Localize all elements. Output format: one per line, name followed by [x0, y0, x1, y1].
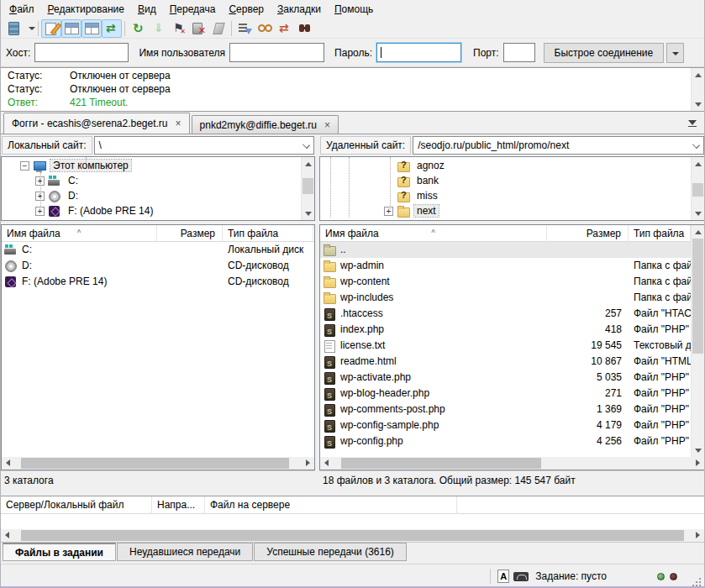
scroll-up-icon[interactable]: [692, 68, 704, 81]
port-input[interactable]: [503, 43, 535, 62]
file-row-wp-blog-header-php[interactable]: wp-blog-header.php271Файл "PHP": [320, 386, 691, 402]
remote-list-hscroll-track[interactable]: [334, 457, 691, 470]
username-input[interactable]: [229, 43, 324, 62]
process-queue-button[interactable]: [148, 19, 168, 38]
tree-item-next[interactable]: +next: [320, 203, 691, 218]
scroll-up-icon[interactable]: [692, 157, 704, 171]
queue-column-header-0[interactable]: Сервер/Локальный файл: [1, 496, 152, 514]
local-list-hscroll-track[interactable]: [15, 457, 301, 470]
column-header-type[interactable]: Тип файла: [223, 225, 313, 242]
toggle-remote-tree-button[interactable]: [82, 19, 102, 38]
tree-item-d-[interactable]: +D:: [2, 188, 301, 203]
file-row-f-adobe-pre-14-[interactable]: F: (Adobe PRE 14)CD-дисковод: [2, 274, 314, 290]
disconnect-button[interactable]: [188, 19, 208, 38]
tree-expander-icon[interactable]: +: [384, 207, 393, 216]
scroll-left-icon[interactable]: [320, 457, 334, 470]
file-row-readme-html[interactable]: readme.html10 867Файл "HTML": [320, 354, 691, 370]
scroll-left-icon[interactable]: [1, 529, 14, 542]
scroll-left-icon[interactable]: [2, 457, 15, 470]
queue-column-header-1[interactable]: Напра...: [152, 496, 205, 514]
menu-item-3[interactable]: Передача: [163, 0, 223, 18]
quickconnect-button[interactable]: Быстрое соединение: [544, 43, 665, 63]
file-row-wp-includes[interactable]: wp-includesПапка с файлами: [320, 290, 691, 306]
hscroll-thumb[interactable]: [341, 458, 541, 469]
site-manager-dropdown-button[interactable]: [24, 19, 35, 38]
scroll-up-icon[interactable]: [692, 225, 704, 239]
hscroll-thumb[interactable]: [21, 458, 290, 469]
file-row-wp-admin[interactable]: wp-adminПапка с файлами: [320, 258, 691, 274]
refresh-button[interactable]: [128, 19, 148, 38]
tree-item-bank[interactable]: bank: [320, 173, 691, 188]
file-row-wp-comments-post-php[interactable]: wp-comments-post.php1 369Файл "PHP": [320, 402, 691, 417]
tree-item-c-[interactable]: +C:: [2, 173, 301, 188]
toggle-transfer-queue-button[interactable]: [102, 19, 122, 38]
queue-tab-0[interactable]: Файлы в задании: [3, 543, 116, 561]
vscroll-thumb[interactable]: [692, 239, 703, 354]
vscroll-thumb[interactable]: [692, 183, 703, 197]
tab-list-dropdown-icon[interactable]: [687, 118, 699, 129]
local-tree-vscroll-track[interactable]: [302, 171, 314, 207]
file-row-wp-content[interactable]: wp-contentПапка с файлами: [320, 274, 691, 290]
scroll-down-icon[interactable]: [302, 207, 314, 220]
column-header-size[interactable]: Размер: [157, 225, 223, 242]
toggle-local-tree-button[interactable]: [61, 19, 82, 38]
file-row-wp-config-php[interactable]: wp-config.php4 256Файл "PHP": [320, 433, 691, 449]
file-row-license-txt[interactable]: license.txt19 545Текстовый документ: [320, 338, 691, 354]
file-row--[interactable]: ..: [320, 242, 691, 258]
column-header-name[interactable]: Имя файла∧: [2, 225, 157, 242]
queue-body[interactable]: [1, 514, 704, 529]
server-tab-0[interactable]: Фогги - ecashis@serena2.beget.ru×: [3, 113, 190, 134]
file-row-wp-config-sample-php[interactable]: wp-config-sample.php4 179Файл "PHP": [320, 417, 691, 433]
remote-list-vscroll-track[interactable]: [692, 239, 704, 444]
site-manager-button[interactable]: [3, 19, 24, 38]
tree-item-agnoz[interactable]: agnoz: [320, 158, 691, 173]
close-tab-icon[interactable]: ×: [176, 118, 182, 129]
quickconnect-dropdown-button[interactable]: [666, 43, 684, 63]
scroll-down-icon[interactable]: [692, 444, 704, 457]
queue-tab-1[interactable]: Неудавшиеся передачи: [117, 543, 253, 561]
scroll-down-icon[interactable]: [692, 207, 704, 220]
find-files-button[interactable]: [295, 19, 315, 38]
queue-hscrollbar[interactable]: [1, 529, 704, 542]
hscroll-thumb[interactable]: [21, 530, 684, 541]
menu-item-4[interactable]: Сервер: [222, 0, 271, 18]
file-row-wp-activate-php[interactable]: wp-activate.php5 035Файл "PHP": [320, 370, 691, 386]
column-header-type[interactable]: Тип файла: [629, 225, 691, 242]
local-list-hscrollbar[interactable]: [2, 457, 314, 470]
vscroll-thumb[interactable]: [303, 178, 313, 193]
file-row-c-[interactable]: C:Локальный диск: [2, 242, 314, 258]
tree-item--[interactable]: −Этот компьютер: [2, 158, 301, 173]
remote-tree-vscrollbar[interactable]: [691, 157, 704, 220]
queue-tab-2[interactable]: Успешные передачи (3616): [254, 543, 407, 561]
remote-list-hscrollbar[interactable]: [320, 457, 704, 470]
tree-item-miss[interactable]: miss: [320, 188, 691, 203]
local-path-combobox[interactable]: \: [94, 136, 315, 155]
cancel-button[interactable]: [168, 19, 188, 38]
reconnect-button[interactable]: [208, 19, 229, 38]
menu-item-5[interactable]: Закладки: [271, 0, 328, 18]
server-tab-1[interactable]: pnkd2myk@diffie.beget.ru×: [192, 115, 339, 134]
menu-item-0[interactable]: Файл: [3, 0, 41, 18]
password-input[interactable]: [376, 43, 461, 62]
menu-item-2[interactable]: Вид: [131, 0, 163, 18]
file-row-d-[interactable]: D:CD-дисковод: [2, 258, 314, 274]
filter-button[interactable]: [234, 19, 255, 38]
log-vscrollbar[interactable]: [691, 68, 704, 111]
queue-hscroll-track[interactable]: [14, 529, 691, 542]
menu-item-6[interactable]: Помощь: [328, 0, 380, 18]
toggle-message-log-button[interactable]: [41, 19, 61, 38]
tree-expander-icon[interactable]: +: [35, 207, 45, 216]
remote-tree-vscroll-track[interactable]: [692, 171, 704, 207]
scroll-right-icon[interactable]: [691, 529, 704, 542]
remote-path-combobox[interactable]: /seodjo.ru/public_html/promo/next: [413, 136, 704, 155]
log-vscroll-track[interactable]: [692, 81, 704, 97]
remote-list-vscrollbar[interactable]: [691, 225, 704, 457]
scroll-up-icon[interactable]: [302, 157, 314, 171]
scroll-down-icon[interactable]: [692, 97, 704, 111]
host-input[interactable]: [34, 43, 129, 62]
file-row--htaccess[interactable]: .htaccess257Файл "HTACCESS": [320, 306, 691, 322]
close-tab-icon[interactable]: ×: [324, 120, 330, 130]
sync-browsing-button[interactable]: [275, 19, 295, 38]
local-tree-vscrollbar[interactable]: [301, 157, 314, 220]
scroll-right-icon[interactable]: [691, 457, 704, 470]
